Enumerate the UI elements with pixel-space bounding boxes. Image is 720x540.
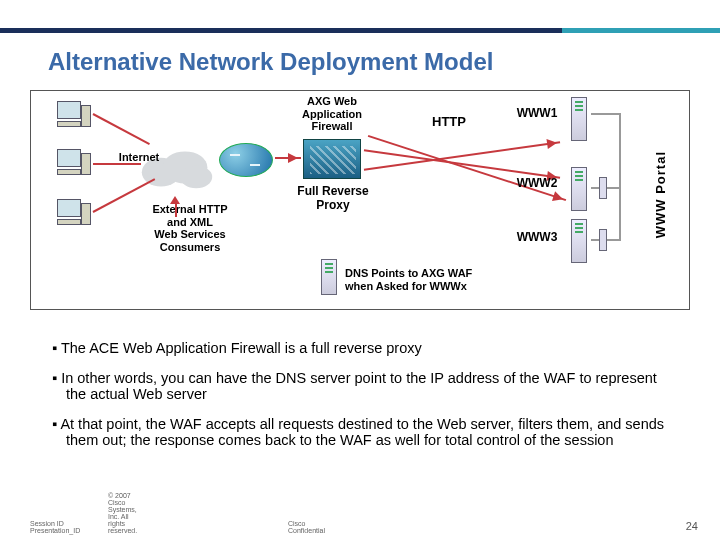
server-icon (571, 219, 587, 263)
client-pc-icon (57, 101, 91, 129)
internet-label: Internet (111, 151, 167, 164)
arrowhead-icon (170, 191, 180, 204)
dns-note: DNS Points to AXG WAF when Asked for WWW… (345, 267, 515, 292)
presentation-id-label: Presentation_ID (30, 527, 80, 534)
www2-label: WWW2 (509, 177, 565, 191)
dns-server-icon (321, 259, 337, 295)
network-diagram: Internet AXG Web Application Firewall HT… (30, 90, 690, 310)
bullet-item: In other words, you can have the DNS ser… (52, 370, 672, 402)
portal-label: WWW Portal (653, 151, 668, 238)
page-title: Alternative Network Deployment Model (48, 48, 493, 76)
http-label: HTTP (419, 115, 479, 130)
axg-label: AXG Web Application Firewall (287, 95, 377, 133)
small-server-icon (599, 229, 607, 251)
bullet-list: The ACE Web Application Firewall is a fu… (52, 340, 672, 462)
page-number: 24 (686, 520, 698, 532)
client-pc-icon (57, 199, 91, 227)
router-icon (219, 143, 273, 177)
flow-arrow (275, 157, 301, 159)
footer: Session ID Presentation_ID © 2007 Cisco … (30, 520, 80, 534)
server-icon (571, 97, 587, 141)
small-server-icon (599, 177, 607, 199)
brand-bar (0, 28, 720, 33)
flow-arrow (93, 163, 141, 165)
bullet-item: At that point, the WAF accepts all reque… (52, 416, 672, 448)
www1-label: WWW1 (509, 107, 565, 121)
client-pc-icon (57, 149, 91, 177)
waf-appliance-icon (303, 139, 361, 179)
session-id-label: Session ID (30, 520, 80, 527)
flow-arrow (93, 113, 150, 145)
bullet-item: The ACE Web Application Firewall is a fu… (52, 340, 672, 356)
frp-label: Full Reverse Proxy (283, 185, 383, 213)
copyright: © 2007 Cisco Systems, Inc. All rights re… (108, 492, 137, 534)
confidential-label: Cisco Confidential (288, 520, 325, 534)
svg-point-2 (180, 166, 212, 188)
connector-line (619, 113, 621, 241)
connector-line (591, 113, 619, 115)
external-consumers-label: External HTTP and XML Web Services Consu… (135, 203, 245, 254)
server-icon (571, 167, 587, 211)
www3-label: WWW3 (509, 231, 565, 245)
